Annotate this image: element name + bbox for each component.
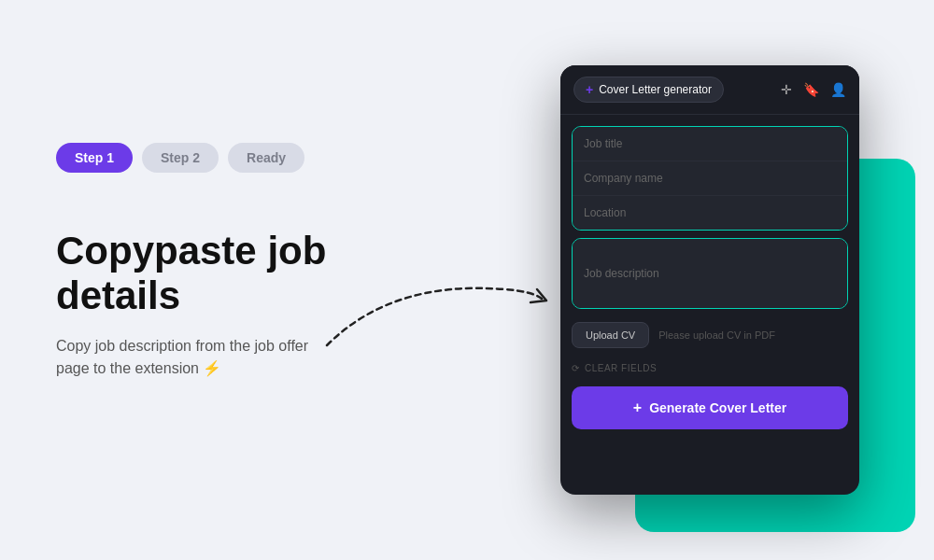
right-panel: + Cover Letter generator ✛ 🔖 👤 Job title… — [560, 28, 915, 532]
ready-button[interactable]: Ready — [228, 143, 304, 173]
step1-button[interactable]: Step 1 — [56, 143, 133, 173]
clear-icon: ⟳ — [572, 363, 579, 373]
extension-panel: + Cover Letter generator ✛ 🔖 👤 Job title… — [560, 65, 859, 495]
plus-icon: + — [586, 82, 593, 97]
page-subtext: Copy job description from the job offer … — [56, 335, 336, 380]
company-name-field[interactable]: Company name — [573, 161, 847, 196]
clear-fields-label[interactable]: CLEAR FIELDS — [585, 363, 657, 373]
steps-row: Step 1 Step 2 Ready — [56, 143, 523, 173]
add-icon[interactable]: ✛ — [781, 82, 792, 97]
extension-body: Job title Company name Location Job desc… — [560, 115, 859, 441]
generate-plus-icon: + — [633, 399, 642, 416]
extension-header: + Cover Letter generator ✛ 🔖 👤 — [560, 65, 859, 115]
extension-title: Cover Letter generator — [599, 83, 712, 96]
job-fields-group: Job title Company name Location — [572, 126, 848, 231]
upload-row: Upload CV Please upload CV in PDF — [572, 316, 848, 354]
location-field[interactable]: Location — [573, 196, 847, 230]
extension-title-pill: + Cover Letter generator — [573, 77, 724, 103]
upload-hint: Please upload CV in PDF — [658, 329, 775, 341]
job-description-field[interactable]: Job description — [573, 239, 847, 308]
job-description-group: Job description — [572, 238, 848, 309]
job-title-field[interactable]: Job title — [573, 127, 847, 161]
generate-cover-letter-button[interactable]: + Generate Cover Letter — [572, 386, 848, 429]
bookmark-icon[interactable]: 🔖 — [803, 82, 819, 97]
page-heading: Copypaste job details — [56, 229, 430, 319]
upload-cv-button[interactable]: Upload CV — [572, 322, 649, 348]
clear-fields-row: ⟳ CLEAR FIELDS — [572, 361, 848, 375]
user-icon[interactable]: 👤 — [830, 82, 846, 97]
generate-label: Generate Cover Letter — [649, 400, 786, 415]
left-panel: Step 1 Step 2 Ready Copypaste job detail… — [56, 0, 523, 560]
header-icons: ✛ 🔖 👤 — [781, 82, 846, 97]
step2-button[interactable]: Step 2 — [142, 143, 219, 173]
